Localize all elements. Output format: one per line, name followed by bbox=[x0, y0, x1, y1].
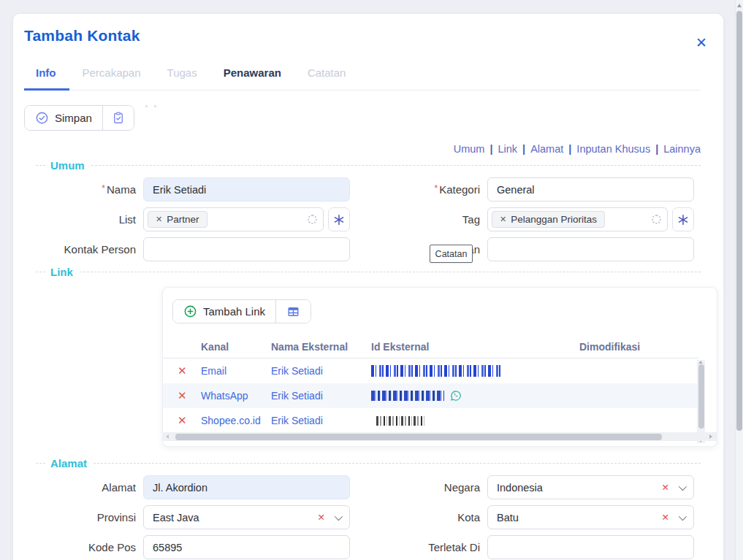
close-icon[interactable]: ✕ bbox=[696, 36, 707, 50]
negara-label: Negara bbox=[380, 481, 487, 494]
col-nama-eksternal[interactable]: Nama Eksternal bbox=[271, 341, 371, 353]
table-view-button[interactable] bbox=[275, 300, 310, 323]
tab-bar: Info Percakapan Tugas Penawaran Catatan bbox=[24, 66, 701, 91]
redacted-id-barcode bbox=[371, 391, 444, 401]
tambah-link-button[interactable]: Tambah Link bbox=[173, 300, 275, 323]
catatan-tooltip: Catatan bbox=[430, 245, 473, 263]
tab-tugas[interactable]: Tugas bbox=[154, 66, 210, 90]
kota-label: Kota bbox=[380, 511, 487, 523]
loading-spinner-icon bbox=[652, 215, 661, 224]
section-jump-links: Umum|Link|Alamat|Inputan Khusus|Lainnya bbox=[24, 143, 701, 155]
list-label: List bbox=[36, 213, 143, 226]
chevron-down-icon[interactable] bbox=[335, 512, 343, 520]
list-chip: ✕Partner bbox=[148, 211, 207, 228]
clear-icon[interactable]: ✕ bbox=[318, 512, 325, 523]
table-horizontal-scrollbar[interactable] bbox=[163, 432, 717, 441]
tab-percakapan[interactable]: Percakapan bbox=[69, 66, 154, 90]
nama-input[interactable]: Erik Setiadi bbox=[143, 177, 350, 202]
catatan-input[interactable] bbox=[487, 237, 694, 261]
alamat-label: Alamat bbox=[36, 481, 143, 494]
list-lookup-button[interactable] bbox=[328, 207, 350, 231]
redacted-id-barcode bbox=[371, 365, 501, 377]
nama-eksternal-link[interactable]: Erik Setiadi bbox=[271, 365, 323, 377]
scroll-up-arrow-icon bbox=[737, 4, 742, 7]
whatsapp-icon bbox=[450, 390, 462, 402]
kota-select[interactable]: Batu ✕ bbox=[487, 505, 694, 529]
chip-remove-icon[interactable]: ✕ bbox=[500, 215, 506, 224]
jump-link-link[interactable]: Link bbox=[498, 143, 517, 155]
table-vertical-scrollbar[interactable] bbox=[697, 360, 705, 443]
save-checklist-button[interactable] bbox=[102, 106, 134, 130]
toolbar: Simpan bbox=[24, 105, 701, 131]
link-table: Kanal Nama Eksternal Id Eksternal Dimodi… bbox=[163, 335, 717, 433]
col-dimodifikasi[interactable]: Dimodifikasi bbox=[579, 341, 698, 353]
asterisk-icon bbox=[677, 213, 690, 226]
provinsi-select[interactable]: East Java ✕ bbox=[143, 505, 350, 529]
tag-label: Tag bbox=[380, 213, 487, 226]
jump-link-inputan-khusus[interactable]: Inputan Khusus bbox=[576, 143, 650, 155]
page-title: Tambah Kontak bbox=[24, 27, 701, 45]
tab-catatan[interactable]: Catatan bbox=[294, 66, 359, 90]
col-kanal[interactable]: Kanal bbox=[201, 341, 271, 353]
check-circle-icon bbox=[35, 111, 49, 125]
terletak-di-label: Terletak Di bbox=[380, 541, 487, 553]
jump-link-alamat[interactable]: Alamat bbox=[530, 143, 563, 155]
scrollbar-thumb bbox=[736, 11, 742, 431]
clear-icon[interactable]: ✕ bbox=[662, 512, 669, 523]
kanal-link[interactable]: WhatsApp bbox=[201, 390, 248, 402]
asterisk-icon bbox=[332, 213, 346, 226]
tag-lookup-button[interactable] bbox=[672, 207, 694, 231]
section-header-alamat: Alamat bbox=[36, 457, 701, 469]
terletak-di-input[interactable] bbox=[487, 535, 694, 559]
clear-icon[interactable]: ✕ bbox=[662, 482, 669, 493]
chevron-down-icon[interactable] bbox=[679, 512, 687, 520]
loading-spinner-icon bbox=[308, 215, 317, 224]
drag-dots bbox=[145, 105, 156, 107]
section-header-umum: Umum bbox=[36, 159, 701, 172]
link-table-panel: Tambah Link Kanal Nama Eksternal Id Ekst… bbox=[162, 287, 717, 447]
tab-info[interactable]: Info bbox=[24, 66, 69, 91]
link-table-header: Kanal Nama Eksternal Id Eksternal Dimodi… bbox=[163, 335, 698, 358]
kategori-input[interactable]: General bbox=[487, 177, 694, 202]
nama-eksternal-link[interactable]: Erik Setiadi bbox=[271, 390, 323, 402]
tag-chip: ✕Pelanggan Prioritas bbox=[492, 211, 605, 228]
save-button-label: Simpan bbox=[55, 112, 92, 124]
col-id-eksternal[interactable]: Id Eksternal bbox=[371, 341, 579, 353]
kategori-label: *Kategori bbox=[380, 183, 487, 196]
negara-select[interactable]: Indonesia ✕ bbox=[487, 475, 694, 499]
table-grid-icon bbox=[286, 305, 300, 318]
kode-pos-label: Kode Pos bbox=[36, 541, 143, 553]
delete-row-icon[interactable]: ✕ bbox=[178, 364, 187, 377]
table-row: ✕ Shopee.co.id Erik Setiadi bbox=[163, 408, 698, 433]
tambah-kontak-dialog: Tambah Kontak ✕ Info Percakapan Tugas Pe… bbox=[12, 13, 724, 560]
tambah-link-label: Tambah Link bbox=[203, 305, 265, 318]
nama-eksternal-link[interactable]: Erik Setiadi bbox=[271, 415, 323, 426]
alamat-input[interactable]: Jl. Akordion bbox=[143, 475, 350, 499]
save-button[interactable]: Simpan bbox=[25, 106, 102, 130]
tab-penawaran[interactable]: Penawaran bbox=[210, 66, 294, 90]
kode-pos-input[interactable]: 65895 bbox=[143, 535, 350, 559]
kontak-person-input[interactable] bbox=[143, 237, 350, 261]
section-header-link: Link bbox=[36, 266, 701, 278]
table-row: ✕ Email Erik Setiadi bbox=[163, 358, 698, 383]
clipboard-check-icon bbox=[112, 111, 125, 125]
kanal-link[interactable]: Email bbox=[201, 365, 226, 377]
tag-input[interactable]: ✕Pelanggan Prioritas bbox=[487, 207, 668, 231]
delete-row-icon[interactable]: ✕ bbox=[178, 414, 187, 426]
provinsi-label: Provinsi bbox=[36, 511, 143, 523]
kanal-link[interactable]: Shopee.co.id bbox=[201, 415, 261, 426]
page-vertical-scrollbar[interactable] bbox=[735, 0, 743, 560]
table-row: ✕ WhatsApp Erik Setiadi bbox=[163, 383, 698, 408]
nama-label: *Nama bbox=[36, 183, 143, 196]
plus-circle-icon bbox=[183, 304, 197, 318]
chip-remove-icon[interactable]: ✕ bbox=[156, 215, 162, 224]
jump-link-lainnya[interactable]: Lainnya bbox=[663, 143, 701, 155]
delete-row-icon[interactable]: ✕ bbox=[178, 389, 187, 402]
list-input[interactable]: ✕Partner bbox=[143, 207, 324, 231]
redacted-id-barcode bbox=[376, 416, 424, 426]
chevron-down-icon[interactable] bbox=[679, 482, 687, 490]
jump-link-umum[interactable]: Umum bbox=[454, 143, 485, 155]
kontak-person-label: Kontak Person bbox=[36, 243, 143, 256]
